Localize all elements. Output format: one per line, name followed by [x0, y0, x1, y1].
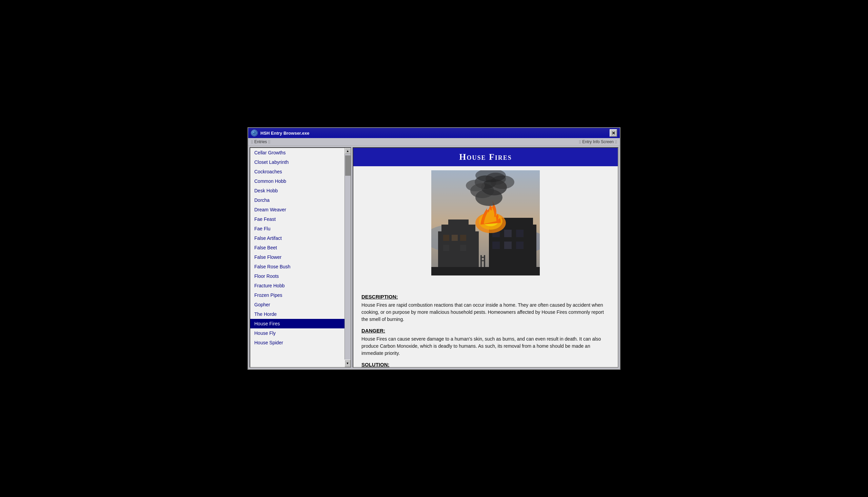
list-item[interactable]: Fae Feast	[250, 214, 351, 224]
list-item[interactable]: Cockroaches	[250, 167, 351, 176]
description-text: House Fires are rapid combustion reactio…	[362, 302, 609, 323]
list-item[interactable]: House Spider	[250, 338, 351, 347]
list-item[interactable]: False Flower	[250, 252, 351, 262]
svg-point-1	[253, 132, 254, 133]
list-item[interactable]: Gopher	[250, 300, 351, 309]
list-item[interactable]: Fae Flu	[250, 224, 351, 233]
list-item[interactable]: House Fly	[250, 328, 351, 338]
entries-label: :: Entries ::	[251, 139, 270, 144]
scroll-up-button[interactable]: ▲	[345, 148, 351, 154]
entries-list[interactable]: Cellar GrowthsCloset LabyrinthCockroache…	[250, 148, 351, 367]
list-item[interactable]: False Rose Bush	[250, 262, 351, 271]
window-title: HSH Entry Browser.exe	[261, 131, 310, 136]
entries-list-panel: Cellar GrowthsCloset LabyrinthCockroache…	[250, 147, 351, 368]
list-item[interactable]: Dream Weaver	[250, 205, 351, 214]
list-item[interactable]: Dorcha	[250, 195, 351, 205]
list-item[interactable]: Closet Labyrinth	[250, 157, 351, 167]
scroll-thumb[interactable]	[345, 155, 351, 176]
svg-rect-37	[431, 170, 540, 275]
list-item[interactable]: Floor Roots	[250, 271, 351, 281]
list-item[interactable]: False Artifact	[250, 233, 351, 243]
danger-label: DANGER:	[362, 328, 609, 333]
entry-title: House Fires	[353, 148, 618, 166]
info-screen-label: :: Entry Info Screen ::	[579, 139, 617, 144]
list-item[interactable]: Common Hobb	[250, 176, 351, 186]
list-item[interactable]: Desk Hobb	[250, 186, 351, 195]
scrollbar-track: ▲	[344, 148, 351, 359]
solution-label: SOLUTION:	[362, 361, 609, 367]
close-button[interactable]: ✕	[609, 129, 617, 137]
main-area: Cellar GrowthsCloset LabyrinthCockroache…	[248, 146, 620, 369]
svg-point-0	[252, 131, 256, 135]
list-item[interactable]: False Beet	[250, 243, 351, 252]
title-bar-left: HSH Entry Browser.exe	[251, 130, 310, 137]
list-item[interactable]: Frozen Pipes	[250, 290, 351, 300]
list-item[interactable]: The Horde	[250, 309, 351, 319]
entry-info-panel: House Fires	[353, 147, 618, 368]
list-item[interactable]: Fracture Hobb	[250, 281, 351, 290]
danger-text: House Fires can cause severe damage to a…	[362, 336, 609, 357]
main-window: HSH Entry Browser.exe ✕ :: Entries :: ::…	[248, 127, 620, 370]
description-label: DESCRIPTION:	[362, 294, 609, 300]
app-icon	[251, 130, 258, 137]
entry-content-body: DESCRIPTION: House Fires are rapid combu…	[353, 284, 618, 368]
entry-image	[431, 170, 540, 275]
toolbar: :: Entries :: :: Entry Info Screen ::	[248, 138, 620, 146]
list-item[interactable]: Cellar Growths	[250, 148, 351, 157]
scroll-down-button[interactable]: ▼	[344, 359, 351, 367]
list-item[interactable]: House Fires	[250, 319, 351, 328]
title-bar: HSH Entry Browser.exe ✕	[248, 128, 620, 138]
